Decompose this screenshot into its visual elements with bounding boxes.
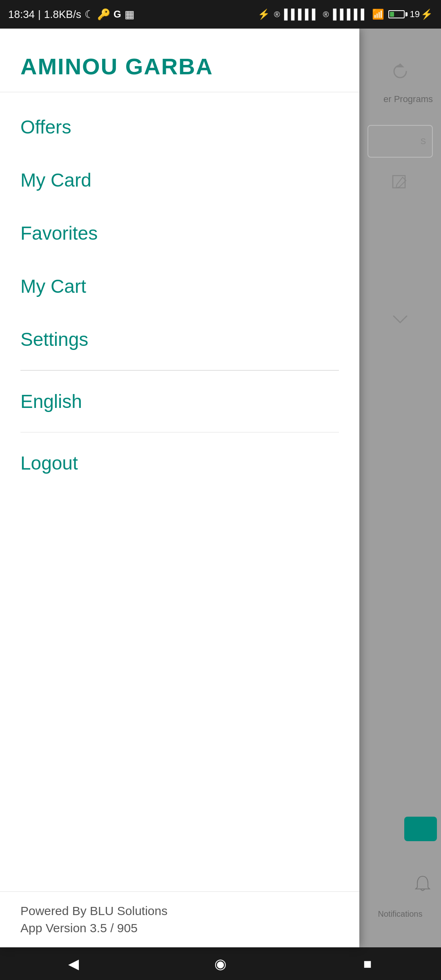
menu-item-my-cart[interactable]: My Cart [0, 260, 359, 313]
signal-icon2: ▌▌▌▌▌ [333, 9, 368, 20]
back-icon: ◀ [68, 956, 79, 972]
menu-favorites-label: Favorites [20, 222, 98, 244]
message-icon: ▦ [125, 8, 135, 21]
chevron-down-icon [392, 314, 408, 325]
wifi-icon: 📶 [372, 9, 384, 20]
main-container: er Programs S Notificatio [0, 29, 441, 947]
right-bg-box: S [368, 125, 433, 158]
right-bg-teal-button [404, 817, 437, 841]
right-bg-refresh [363, 61, 437, 82]
status-left: 18:34 | 1.8KB/s ☾ 🔑 G ▦ [8, 8, 135, 21]
drawer: AMINOU GARBA Offers My Card Favorites My… [0, 29, 359, 947]
home-icon: ◉ [214, 956, 227, 972]
nav-bar: ◀ ◉ ■ [0, 947, 441, 980]
nav-back-button[interactable]: ◀ [57, 947, 90, 980]
nav-home-button[interactable]: ◉ [204, 947, 237, 980]
nav-recent-button[interactable]: ■ [351, 947, 384, 980]
menu-item-my-card[interactable]: My Card [0, 154, 359, 207]
menu-item-english[interactable]: English [0, 375, 359, 428]
menu-settings-label: Settings [20, 328, 88, 350]
right-bg-programs-text: er Programs [363, 90, 437, 109]
drawer-menu: Offers My Card Favorites My Cart Setting… [0, 92, 359, 891]
status-right: ⚡ ® ▌▌▌▌▌ ® ▌▌▌▌▌ 📶 19 ⚡ [258, 9, 433, 20]
registered-icon2: ® [323, 10, 329, 19]
menu-logout-label: Logout [20, 452, 78, 474]
charge-icon: ⚡ [421, 9, 433, 20]
footer-powered-by: Powered By BLU Solutions [20, 904, 339, 918]
right-bg-bell-icon [412, 874, 433, 898]
menu-item-favorites[interactable]: Favorites [0, 207, 359, 260]
menu-offers-label: Offers [20, 116, 71, 138]
menu-my-card-label: My Card [20, 169, 91, 191]
status-bar: 18:34 | 1.8KB/s ☾ 🔑 G ▦ ⚡ ® ▌▌▌▌▌ ® ▌▌▌▌… [0, 0, 441, 29]
menu-my-cart-label: My Cart [20, 275, 86, 297]
drawer-username: AMINOU GARBA [20, 53, 339, 80]
time-label: 18:34 [8, 8, 35, 21]
drawer-footer: Powered By BLU Solutions App Version 3.5… [0, 891, 359, 947]
battery-percent: 19 [410, 9, 420, 20]
right-background: er Programs S Notificatio [359, 29, 441, 947]
refresh-icon [390, 61, 410, 82]
menu-item-logout[interactable]: Logout [0, 437, 359, 490]
menu-english-label: English [20, 390, 82, 412]
menu-item-offers[interactable]: Offers [0, 100, 359, 154]
footer-version: App Version 3.5 / 905 [20, 921, 339, 935]
divider-1 [20, 370, 339, 371]
key-icon: 🔑 [97, 8, 110, 21]
registered-icon1: ® [274, 10, 280, 19]
right-bg-box-text: S [421, 137, 426, 146]
divider-2 [20, 432, 339, 433]
drawer-header: AMINOU GARBA [0, 29, 359, 92]
bluetooth-icon: ⚡ [258, 9, 270, 20]
right-bg-content: er Programs S [359, 29, 441, 333]
svg-marker-0 [396, 63, 404, 67]
data-speed-label: 1.8KB/s [44, 8, 81, 21]
recent-icon: ■ [363, 956, 372, 972]
google-icon: G [114, 9, 121, 20]
signal-icon1: ▌▌▌▌▌ [284, 9, 319, 20]
edit-icon [391, 174, 409, 192]
moon-icon: ☾ [85, 8, 94, 21]
right-bg-chevron [363, 314, 437, 325]
data-speed-separator: | [38, 8, 41, 21]
right-bg-notifications-label: Notifications [359, 909, 441, 919]
right-bg-edit [372, 174, 429, 192]
menu-item-settings[interactable]: Settings [0, 313, 359, 366]
battery-icon: 19 ⚡ [388, 9, 433, 20]
